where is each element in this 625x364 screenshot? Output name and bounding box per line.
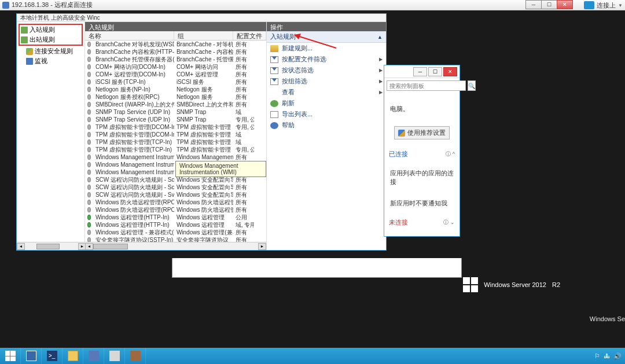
action-2[interactable]: 按状态筛选▶: [267, 65, 386, 76]
system-tray[interactable]: ⚐ 🖧 🔊: [591, 352, 625, 360]
taskbar-app1[interactable]: [83, 348, 104, 364]
taskbar-explorer[interactable]: [62, 348, 83, 364]
panel-close-button[interactable]: ✕: [443, 67, 457, 76]
rule-row[interactable]: COM+ 远程管理(DCOM-In)COM+ 远程管理所有: [85, 71, 266, 78]
status-icon: [87, 215, 91, 220]
action-7[interactable]: 帮助: [267, 120, 386, 131]
tree-item-0[interactable]: 入站规则: [20, 25, 82, 35]
scroll-right-button[interactable]: ►: [258, 243, 266, 250]
taskbar-app3[interactable]: [125, 348, 146, 364]
action-3[interactable]: 按组筛选▶: [267, 76, 386, 87]
search-input[interactable]: [387, 80, 466, 91]
rule-row[interactable]: SCW 远程访问防火墙规则 - Svchost - T...Windows 安全…: [85, 191, 266, 198]
taskbar-server-manager[interactable]: [21, 348, 42, 364]
svg-line-0: [297, 36, 336, 48]
recommended-settings-button[interactable]: 使用推荐设置: [394, 126, 450, 139]
panel-maximize-button[interactable]: ☐: [428, 67, 442, 76]
col-group[interactable]: 组: [174, 31, 233, 40]
actions-panel: 操作 入站规则▲ 新建规则...按配置文件筛选▶按状态筛选▶按组筛选▶查看▶刷新…: [267, 22, 386, 250]
rule-row[interactable]: iSCSI 服务(TCP-In)iSCSI 服务所有: [85, 78, 266, 86]
connected-status[interactable]: 已连接ⓘ ^: [388, 148, 456, 161]
status-icon: [87, 132, 91, 137]
rules-title: 入站规则: [85, 22, 266, 31]
rule-row[interactable]: SNMP Trap Service (UDP In)SNMP Trap专用, 公: [85, 116, 266, 123]
remote-desktop: 本地计算机 上的高级安全 Winc 入站规则出站规则连接安全规则监视 ◄ ► 入…: [0, 10, 625, 348]
rule-row[interactable]: TPM 虚拟智能卡管理(DCOM-In)TPM 虚拟智能卡管理专用, 公: [85, 123, 266, 131]
rule-row[interactable]: Windows 远程管理 - 兼容模式(HTTP-In)Windows 远程管理…: [85, 229, 266, 236]
rule-row[interactable]: SNMP Trap Service (UDP In)SNMP Trap域: [85, 108, 266, 116]
connect-label: 连接上: [597, 1, 616, 10]
action-4[interactable]: 查看▶: [267, 87, 386, 98]
filter-icon: [270, 78, 278, 85]
shield-icon: [398, 130, 405, 137]
action-1[interactable]: 按配置文件筛选▶: [267, 54, 386, 65]
status-icon: [87, 185, 91, 190]
tree-item-3[interactable]: 监视: [18, 56, 83, 66]
rule-row[interactable]: Windows 远程管理(HTTP-In)Windows 远程管理公用: [85, 214, 266, 221]
rule-row[interactable]: Netlogon 服务授权(RPC)Netlogon 服务所有: [85, 93, 266, 101]
scroll-left-button[interactable]: ◄: [85, 243, 93, 250]
rule-row[interactable]: 安全套接字隧道协议(SSTP-In)安全套接字隧道协议所有: [85, 236, 266, 242]
maximize-button[interactable]: ☐: [541, 0, 557, 9]
tooltip: Windows Management Instrumentation (WMI): [175, 161, 266, 177]
status-icon: [87, 117, 91, 122]
main-title-bar: 192.168.1.38 - 远程桌面连接 连接上 ▼ ─ ☐ ✕: [0, 0, 625, 10]
rule-row[interactable]: TPM 虚拟智能卡管理(DCOM-In)TPM 虚拟智能卡管理域: [85, 131, 266, 138]
rdp-icon: [2, 2, 9, 9]
new-icon: [270, 45, 278, 52]
tray-sound-icon[interactable]: 🔊: [613, 352, 622, 360]
activation-text: Windows Se: [590, 315, 625, 322]
rule-row[interactable]: SCW 远程访问防火墙规则 - Scshost - ...Windows 安全配…: [85, 183, 266, 191]
status-icon: [87, 57, 91, 62]
col-name[interactable]: 名称: [85, 31, 174, 40]
dropdown-icon[interactable]: ▼: [618, 3, 623, 8]
scroll-thumb[interactable]: [93, 244, 128, 249]
rule-row[interactable]: BranchCache 托管缓存服务器(HTTP-In)BranchCache …: [85, 56, 266, 63]
rule-row[interactable]: Windows Management Instrumentati...Windo…: [85, 153, 266, 161]
status-icon: [87, 200, 91, 205]
rule-row[interactable]: Windows 防火墙远程管理(RPC-EPMAP)Windows 防火墙远程管…: [85, 206, 266, 214]
rule-row[interactable]: Netlogon 服务(NP-In)Netlogon 服务所有: [85, 86, 266, 93]
filter-icon: [270, 56, 278, 63]
taskbar-app2[interactable]: [104, 348, 125, 364]
firewall-tree: 入站规则出站规则连接安全规则监视 ◄ ►: [17, 22, 85, 250]
scroll-left-button[interactable]: ◄: [17, 243, 25, 250]
search-button[interactable]: 🔍: [468, 80, 476, 91]
rule-row[interactable]: BranchCache 对等机发现(WSD-In)BranchCache - 对…: [85, 41, 266, 48]
status-icon: [87, 222, 91, 227]
tray-flag-icon[interactable]: ⚐: [594, 352, 600, 360]
status-icon: [87, 124, 91, 130]
rules-list[interactable]: BranchCache 对等机发现(WSD-In)BranchCache - 对…: [85, 41, 266, 242]
rule-row[interactable]: BranchCache 内容检索(HTTP-In)BranchCache - 内…: [85, 48, 266, 56]
collapse-icon[interactable]: ▲: [377, 34, 383, 40]
rule-row[interactable]: TPM 虚拟智能卡管理(TCP-In)TPM 虚拟智能卡管理专用, 公: [85, 146, 266, 153]
rule-row[interactable]: SMBDirect (iWARP-In)上的文件和打印...SMBDirect …: [85, 101, 266, 108]
start-button[interactable]: [0, 348, 21, 364]
panel-minimize-button[interactable]: ─: [413, 67, 427, 76]
monitor-icon: [26, 58, 33, 65]
shield-icon: [26, 48, 33, 55]
tray-network-icon[interactable]: 🖧: [604, 352, 610, 359]
chevron-up-icon: ⓘ ^: [446, 150, 455, 158]
minimize-button[interactable]: ─: [525, 0, 542, 9]
col-profile[interactable]: 配置文件: [233, 31, 266, 40]
action-5[interactable]: 刷新: [267, 98, 386, 109]
close-button[interactable]: ✕: [557, 0, 573, 9]
rule-row[interactable]: Windows 远程管理(HTTP-In)Windows 远程管理域, 专用: [85, 221, 266, 229]
cloud-icon[interactable]: [584, 1, 594, 9]
chevron-down-icon: ⓘ ⌄: [443, 219, 455, 226]
tree-item-1[interactable]: 出站规则: [20, 35, 82, 45]
tree-item-2[interactable]: 连接安全规则: [18, 46, 83, 56]
rule-row[interactable]: Windows 防火墙远程管理(RPC)Windows 防火墙远程管理所有: [85, 198, 266, 206]
taskbar-powershell[interactable]: >_: [42, 348, 62, 364]
action-6[interactable]: 导出列表...: [267, 109, 386, 120]
not-connected-status[interactable]: 未连接ⓘ ⌄: [388, 216, 456, 229]
rule-row[interactable]: TPM 虚拟智能卡管理(TCP-In)TPM 虚拟智能卡管理域: [85, 138, 266, 146]
control-panel-window: ─ ☐ ✕ 🔍 电脑。 使用推荐设置 已连接ⓘ ^ 应用列表中的应用的连接 新应…: [384, 65, 460, 237]
rule-row[interactable]: COM+ 网络访问(DCOM-In)COM+ 网络访问所有: [85, 63, 266, 71]
status-icon: [87, 192, 91, 197]
status-icon: [87, 49, 91, 54]
scroll-thumb[interactable]: [36, 244, 60, 249]
status-icon: [87, 170, 91, 175]
panel-text2: 应用列表中的应用的连接: [388, 164, 456, 191]
